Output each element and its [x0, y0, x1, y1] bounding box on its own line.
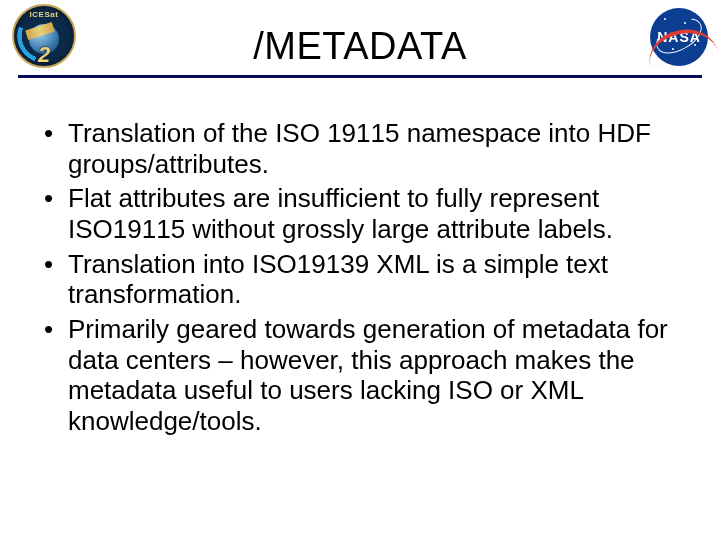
icesat2-badge-icon: ICESat 2 — [12, 4, 76, 68]
slide-title: /METADATA — [253, 25, 467, 68]
icesat2-badge-number: 2 — [14, 42, 74, 68]
nasa-logo: NASA — [640, 8, 708, 66]
slide-body: Translation of the ISO 19115 namespace i… — [0, 86, 720, 437]
bullet-item: Translation into ISO19139 XML is a simpl… — [42, 249, 678, 310]
icesat2-logo: ICESat 2 — [12, 4, 76, 68]
header-divider — [18, 75, 702, 78]
slide: ICESat 2 /METADATA NASA Translation of t… — [0, 0, 720, 540]
bullet-item: Primarily geared towards generation of m… — [42, 314, 678, 437]
bullet-item: Translation of the ISO 19115 namespace i… — [42, 118, 678, 179]
icesat2-badge-label: ICESat — [14, 10, 74, 19]
bullet-list: Translation of the ISO 19115 namespace i… — [42, 118, 678, 437]
slide-header: ICESat 2 /METADATA NASA — [0, 0, 720, 86]
nasa-badge-icon: NASA — [650, 8, 708, 66]
bullet-item: Flat attributes are insufficient to full… — [42, 183, 678, 244]
